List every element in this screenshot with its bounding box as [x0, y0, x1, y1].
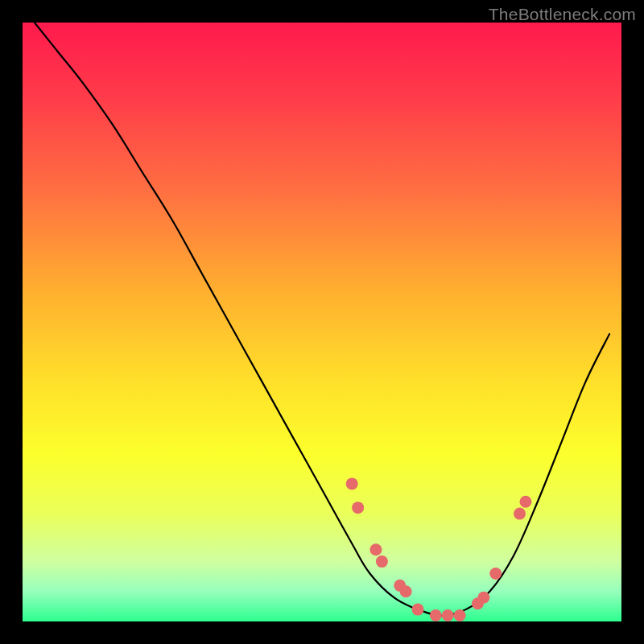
highlight-dot — [412, 604, 424, 616]
highlight-dot — [519, 496, 531, 508]
highlight-dot — [352, 502, 364, 514]
highlight-dot — [400, 585, 412, 597]
watermark-text: TheBottleneck.com — [489, 5, 636, 24]
highlight-dot — [514, 508, 526, 520]
highlight-dot — [376, 555, 388, 568]
highlight-dot — [477, 592, 489, 604]
highlight-dot — [430, 609, 442, 621]
bottleneck-chart — [23, 23, 621, 621]
highlight-dots-group — [346, 477, 532, 621]
highlight-dot — [369, 543, 382, 555]
highlight-dot — [346, 477, 358, 489]
highlight-dot — [454, 609, 466, 621]
highlight-dot — [489, 568, 502, 580]
highlight-dot — [442, 609, 454, 621]
bottleneck-curve-line — [35, 23, 609, 616]
